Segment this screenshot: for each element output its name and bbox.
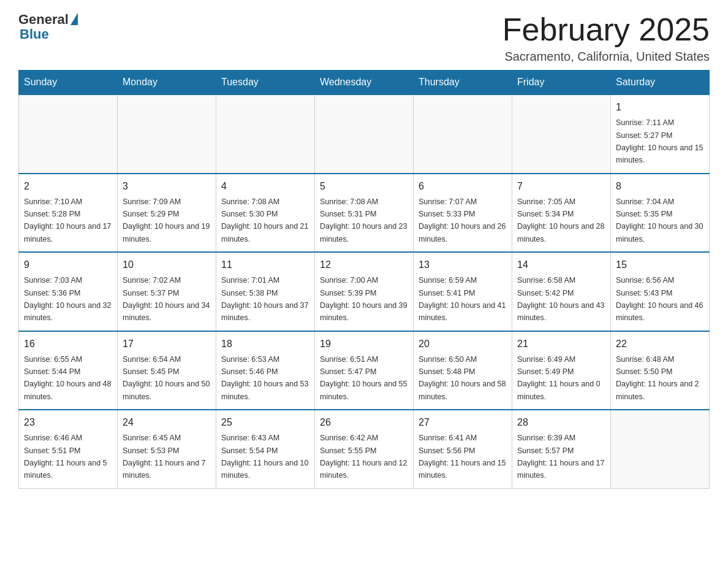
- calendar-day-cell: 5Sunrise: 7:08 AMSunset: 5:31 PMDaylight…: [315, 174, 414, 253]
- day-number: 21: [517, 337, 605, 351]
- calendar-day-cell: 13Sunrise: 6:59 AMSunset: 5:41 PMDayligh…: [414, 252, 512, 331]
- day-number: 17: [123, 337, 211, 351]
- logo-triangle-icon: [70, 13, 78, 25]
- calendar-day-cell: [216, 94, 315, 174]
- calendar-title: February 2025: [502, 12, 710, 47]
- day-of-week-header: Wednesday: [315, 71, 414, 95]
- calendar-week-row: 16Sunrise: 6:55 AMSunset: 5:44 PMDayligh…: [19, 331, 710, 410]
- calendar-day-cell: 9Sunrise: 7:03 AMSunset: 5:36 PMDaylight…: [19, 252, 118, 331]
- day-of-week-header: Tuesday: [216, 71, 315, 95]
- day-number: 27: [419, 415, 507, 430]
- calendar-day-cell: 27Sunrise: 6:41 AMSunset: 5:56 PMDayligh…: [414, 410, 512, 488]
- calendar-week-row: 2Sunrise: 7:10 AMSunset: 5:28 PMDaylight…: [19, 174, 710, 253]
- day-number: 2: [24, 179, 112, 194]
- logo-blue-text: Blue: [20, 27, 49, 42]
- day-info: Sunrise: 6:55 AMSunset: 5:44 PMDaylight:…: [24, 355, 111, 401]
- page-header: General Blue February 2025 Sacramento, C…: [18, 12, 710, 64]
- day-number: 14: [517, 258, 605, 272]
- calendar-week-row: 23Sunrise: 6:46 AMSunset: 5:51 PMDayligh…: [19, 410, 710, 488]
- day-info: Sunrise: 6:42 AMSunset: 5:55 PMDaylight:…: [320, 434, 407, 480]
- day-info: Sunrise: 6:51 AMSunset: 5:47 PMDaylight:…: [320, 355, 407, 401]
- day-of-week-header: Monday: [118, 71, 216, 95]
- day-info: Sunrise: 7:01 AMSunset: 5:38 PMDaylight:…: [221, 276, 308, 322]
- day-info: Sunrise: 7:03 AMSunset: 5:36 PMDaylight:…: [24, 276, 111, 322]
- day-info: Sunrise: 7:09 AMSunset: 5:29 PMDaylight:…: [123, 197, 210, 243]
- calendar-day-cell: [414, 94, 512, 174]
- day-number: 16: [24, 337, 112, 351]
- day-info: Sunrise: 6:46 AMSunset: 5:51 PMDaylight:…: [24, 434, 107, 480]
- day-number: 12: [320, 258, 408, 272]
- day-number: 5: [320, 179, 408, 194]
- calendar-day-cell: 23Sunrise: 6:46 AMSunset: 5:51 PMDayligh…: [19, 410, 118, 488]
- day-number: 28: [517, 415, 605, 430]
- calendar-day-cell: [19, 94, 118, 174]
- day-info: Sunrise: 7:11 AMSunset: 5:27 PMDaylight:…: [616, 118, 703, 164]
- day-info: Sunrise: 7:05 AMSunset: 5:34 PMDaylight:…: [517, 197, 604, 243]
- day-of-week-header: Thursday: [414, 71, 512, 95]
- calendar-day-cell: [611, 410, 710, 488]
- day-of-week-header: Friday: [512, 71, 611, 95]
- day-of-week-header: Saturday: [611, 71, 710, 95]
- calendar-day-cell: 2Sunrise: 7:10 AMSunset: 5:28 PMDaylight…: [19, 174, 118, 253]
- calendar-day-cell: 25Sunrise: 6:43 AMSunset: 5:54 PMDayligh…: [216, 410, 315, 488]
- calendar-day-cell: 16Sunrise: 6:55 AMSunset: 5:44 PMDayligh…: [19, 331, 118, 410]
- calendar-week-row: 9Sunrise: 7:03 AMSunset: 5:36 PMDaylight…: [19, 252, 710, 331]
- calendar-day-cell: 21Sunrise: 6:49 AMSunset: 5:49 PMDayligh…: [512, 331, 611, 410]
- calendar-day-cell: 17Sunrise: 6:54 AMSunset: 5:45 PMDayligh…: [118, 331, 216, 410]
- calendar-day-cell: 7Sunrise: 7:05 AMSunset: 5:34 PMDaylight…: [512, 174, 611, 253]
- calendar-week-row: 1Sunrise: 7:11 AMSunset: 5:27 PMDaylight…: [19, 94, 710, 174]
- calendar-day-cell: 10Sunrise: 7:02 AMSunset: 5:37 PMDayligh…: [118, 252, 216, 331]
- day-info: Sunrise: 7:08 AMSunset: 5:30 PMDaylight:…: [221, 197, 308, 243]
- calendar-day-cell: 15Sunrise: 6:56 AMSunset: 5:43 PMDayligh…: [611, 252, 710, 331]
- day-info: Sunrise: 7:04 AMSunset: 5:35 PMDaylight:…: [616, 197, 703, 243]
- day-number: 18: [221, 337, 309, 351]
- calendar-day-cell: 28Sunrise: 6:39 AMSunset: 5:57 PMDayligh…: [512, 410, 611, 488]
- calendar-day-cell: 6Sunrise: 7:07 AMSunset: 5:33 PMDaylight…: [414, 174, 512, 253]
- day-info: Sunrise: 7:07 AMSunset: 5:33 PMDaylight:…: [419, 197, 506, 243]
- day-info: Sunrise: 6:49 AMSunset: 5:49 PMDaylight:…: [517, 355, 601, 401]
- day-number: 24: [123, 415, 211, 430]
- calendar-body: 1Sunrise: 7:11 AMSunset: 5:27 PMDaylight…: [19, 94, 710, 488]
- calendar-day-cell: 26Sunrise: 6:42 AMSunset: 5:55 PMDayligh…: [315, 410, 414, 488]
- day-info: Sunrise: 6:58 AMSunset: 5:42 PMDaylight:…: [517, 276, 604, 322]
- day-number: 22: [616, 337, 704, 351]
- calendar-day-cell: 20Sunrise: 6:50 AMSunset: 5:48 PMDayligh…: [414, 331, 512, 410]
- calendar-day-cell: 18Sunrise: 6:53 AMSunset: 5:46 PMDayligh…: [216, 331, 315, 410]
- calendar-day-cell: 8Sunrise: 7:04 AMSunset: 5:35 PMDaylight…: [611, 174, 710, 253]
- calendar-day-cell: 12Sunrise: 7:00 AMSunset: 5:39 PMDayligh…: [315, 252, 414, 331]
- calendar-day-cell: 24Sunrise: 6:45 AMSunset: 5:53 PMDayligh…: [118, 410, 216, 488]
- day-of-week-header: Sunday: [19, 71, 118, 95]
- day-number: 20: [419, 337, 507, 351]
- day-number: 13: [419, 258, 507, 272]
- day-info: Sunrise: 7:02 AMSunset: 5:37 PMDaylight:…: [123, 276, 210, 322]
- calendar-day-cell: [512, 94, 611, 174]
- day-info: Sunrise: 6:43 AMSunset: 5:54 PMDaylight:…: [221, 434, 308, 480]
- calendar-day-cell: 14Sunrise: 6:58 AMSunset: 5:42 PMDayligh…: [512, 252, 611, 331]
- calendar-day-cell: 4Sunrise: 7:08 AMSunset: 5:30 PMDaylight…: [216, 174, 315, 253]
- calendar-day-cell: 11Sunrise: 7:01 AMSunset: 5:38 PMDayligh…: [216, 252, 315, 331]
- day-number: 26: [320, 415, 408, 430]
- day-number: 23: [24, 415, 112, 430]
- day-info: Sunrise: 6:54 AMSunset: 5:45 PMDaylight:…: [123, 355, 210, 401]
- day-number: 25: [221, 415, 309, 430]
- day-number: 4: [221, 179, 309, 194]
- logo: General Blue: [18, 12, 78, 42]
- day-number: 3: [123, 179, 211, 194]
- calendar-day-cell: [118, 94, 216, 174]
- day-info: Sunrise: 6:53 AMSunset: 5:46 PMDaylight:…: [221, 355, 308, 401]
- calendar-day-cell: 1Sunrise: 7:11 AMSunset: 5:27 PMDaylight…: [611, 94, 710, 174]
- calendar-day-cell: 22Sunrise: 6:48 AMSunset: 5:50 PMDayligh…: [611, 331, 710, 410]
- calendar-day-cell: 19Sunrise: 6:51 AMSunset: 5:47 PMDayligh…: [315, 331, 414, 410]
- logo-general-text: General: [18, 12, 69, 27]
- calendar-header: SundayMondayTuesdayWednesdayThursdayFrid…: [19, 71, 710, 95]
- day-info: Sunrise: 6:56 AMSunset: 5:43 PMDaylight:…: [616, 276, 703, 322]
- day-number: 15: [616, 258, 704, 272]
- days-of-week-row: SundayMondayTuesdayWednesdayThursdayFrid…: [19, 71, 710, 95]
- day-number: 11: [221, 258, 309, 272]
- day-info: Sunrise: 6:50 AMSunset: 5:48 PMDaylight:…: [419, 355, 506, 401]
- day-number: 19: [320, 337, 408, 351]
- calendar-subtitle: Sacramento, California, United States: [502, 50, 710, 64]
- day-number: 7: [517, 179, 605, 194]
- day-info: Sunrise: 6:48 AMSunset: 5:50 PMDaylight:…: [616, 355, 699, 401]
- day-info: Sunrise: 6:45 AMSunset: 5:53 PMDaylight:…: [123, 434, 206, 480]
